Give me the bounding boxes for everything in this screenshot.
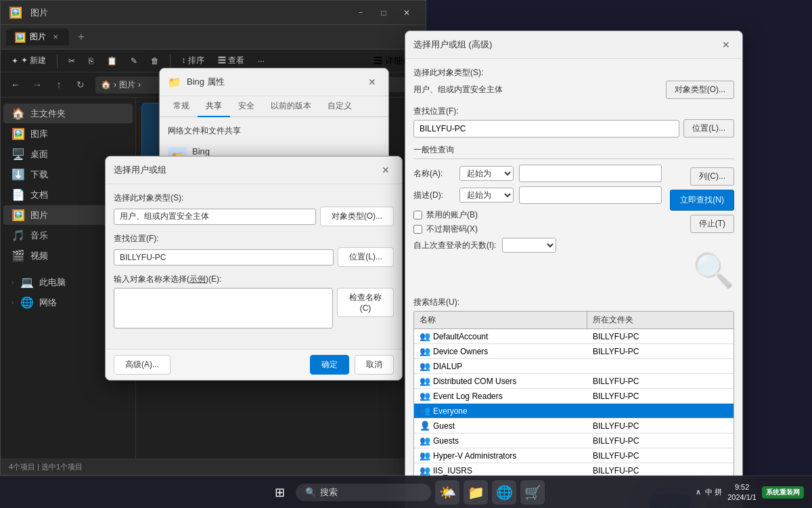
table-row[interactable]: 👤 Guest BILLYFU-PC <box>414 419 734 433</box>
stop-button[interactable]: 停止(T) <box>690 215 734 233</box>
sort-label: ↕ 排序 <box>181 55 204 66</box>
tab-previous-versions[interactable]: 以前的版本 <box>263 96 319 117</box>
name-input[interactable] <box>519 165 662 182</box>
more-icon: ··· <box>258 56 265 66</box>
no-expire-label: 不过期密码(X) <box>426 224 478 235</box>
user-icon-sm: 👥 <box>420 361 430 371</box>
table-row[interactable]: 👥 DefaultAccount BILLYFU-PC <box>414 329 734 344</box>
delete-button[interactable]: 🗑 <box>145 54 164 68</box>
close-button[interactable]: ✕ <box>396 3 418 22</box>
tab-security[interactable]: 安全 <box>230 96 263 117</box>
select-user-cancel-button[interactable]: 取消 <box>355 355 394 375</box>
cut-button[interactable]: ✂ <box>63 54 81 68</box>
tab-label: 图片 <box>30 31 46 43</box>
desktop-icon: 🖥️ <box>12 148 25 161</box>
select-user-footer: 高级(A)... 确定 取消 <box>106 349 402 380</box>
list-columns-button[interactable]: 列(C)... <box>690 167 734 186</box>
bing-props-titlebar: 📁 Bing 属性 ✕ <box>160 68 388 96</box>
add-tab-button[interactable]: ＋ <box>72 28 91 47</box>
expand-icon: › <box>12 278 14 286</box>
tray-up-arrow[interactable]: ∧ <box>696 488 701 496</box>
results-scroll-area[interactable]: 👥 DefaultAccount BILLYFU-PC 👥 Device Own… <box>414 329 734 478</box>
select-user-close[interactable]: ✕ <box>378 162 394 178</box>
select-user-title: 选择用户或组 <box>114 164 166 176</box>
object-type-section: 选择此对象类型(S): 对象类型(O)... <box>114 192 394 226</box>
refresh-button[interactable]: ↻ <box>71 75 90 94</box>
up-button[interactable]: ↑ <box>49 75 68 94</box>
sidebar-item-music-label: 音乐 <box>30 230 48 242</box>
gallery-icon: 🖼️ <box>12 127 25 140</box>
select-user-titlebar: 选择用户或组 ✕ <box>106 156 402 184</box>
advanced-button[interactable]: 高级(A)... <box>114 355 171 375</box>
more-button[interactable]: ··· <box>252 54 270 68</box>
result-name: Device Owners <box>433 347 488 356</box>
table-row[interactable]: 👥 Event Log Readers BILLYFU-PC <box>414 389 734 404</box>
view-button[interactable]: ☰ 查看 <box>212 52 250 69</box>
table-row[interactable]: 👥 Everyone <box>414 404 734 419</box>
delete-icon: 🗑 <box>151 56 159 66</box>
maximize-button[interactable]: □ <box>373 3 394 22</box>
paste-button[interactable]: 📋 <box>102 54 122 68</box>
enter-name-label: 输入对象名称来选择(示例)(E): <box>114 274 394 285</box>
tray-ime-label: 中 拼 <box>705 487 722 497</box>
clock: 9:52 2024/1/1 <box>727 482 757 502</box>
taskbar-app-store[interactable]: 🛒 <box>520 480 545 505</box>
forward-button[interactable]: → <box>28 75 47 94</box>
find-now-button[interactable]: 立即查找(N) <box>670 190 734 211</box>
bing-props-close[interactable]: ✕ <box>364 74 380 90</box>
new-button[interactable]: ✦ ✦ 新建 <box>6 52 51 69</box>
minimize-button[interactable]: － <box>350 3 371 22</box>
sidebar-item-gallery[interactable]: 🖼️ 图库 <box>3 124 133 144</box>
share-name: Bing <box>192 146 215 156</box>
share-section-title: 网络文件和文件共享 <box>168 125 380 137</box>
tab-sharing[interactable]: 共享 <box>198 96 230 117</box>
status-text: 4个项目 | 选中1个项目 <box>9 462 83 472</box>
result-name: Distributed COM Users <box>433 377 516 386</box>
adv-location-button[interactable]: 位置(L)... <box>683 119 734 137</box>
table-row[interactable]: 👥 DIALUP <box>414 359 734 374</box>
tab-customize[interactable]: 自定义 <box>319 96 360 117</box>
tab-close-button[interactable]: ✕ <box>50 32 61 43</box>
adv-object-type-button[interactable]: 对象类型(O)... <box>666 81 734 99</box>
advanced-close[interactable]: ✕ <box>718 37 734 53</box>
table-row[interactable]: 👥 Guests BILLYFU-PC <box>414 433 734 448</box>
location-input[interactable] <box>114 249 334 266</box>
user-icon-sm: 👥 <box>420 346 430 356</box>
user-icon-sm: 👤 <box>420 421 430 431</box>
start-button[interactable]: ⊞ <box>267 480 292 505</box>
object-type-input[interactable] <box>114 209 316 225</box>
table-row[interactable]: 👥 Distributed COM Users BILLYFU-PC <box>414 374 734 389</box>
taskbar-app-explorer[interactable]: 📁 <box>464 480 488 505</box>
no-expire-checkbox[interactable] <box>413 225 422 234</box>
taskbar-app-widget[interactable]: 🌤️ <box>435 480 459 505</box>
user-icon-sm: 👥 <box>420 391 430 401</box>
location-button[interactable]: 位置(L)... <box>338 247 394 267</box>
enter-name-input[interactable] <box>114 288 333 329</box>
table-row[interactable]: 👥 Hyper-V Administrators BILLYFU-PC <box>414 448 734 463</box>
adv-location-input[interactable] <box>413 120 679 137</box>
desc-input[interactable] <box>519 186 662 204</box>
taskbar-search[interactable]: 🔍 搜索 <box>296 484 431 501</box>
expand-icon-2: › <box>12 299 14 306</box>
desc-filter-select[interactable]: 起始为 <box>459 188 514 203</box>
select-user-ok-button[interactable]: 确定 <box>310 355 349 375</box>
back-button[interactable]: ← <box>6 75 25 94</box>
disabled-accounts-checkbox[interactable] <box>413 211 422 219</box>
table-row[interactable]: 👥 Device Owners BILLYFU-PC <box>414 344 734 359</box>
explorer-icon: 📁 <box>468 484 484 501</box>
adv-object-type-section: 选择此对象类型(S): 用户、组或内置安全主体 对象类型(O)... <box>413 67 734 99</box>
sidebar-item-home[interactable]: 🏠 主文件夹 <box>3 104 133 123</box>
days-select[interactable] <box>502 238 556 253</box>
rename-button[interactable]: ✎ <box>125 54 143 68</box>
object-type-button[interactable]: 对象类型(O)... <box>320 207 394 226</box>
select-user-dialog: 选择用户或组 ✕ 选择此对象类型(S): 对象类型(O)... 查找位置(F):… <box>105 156 403 381</box>
check-name-button[interactable]: 检查名称(C) <box>337 288 394 317</box>
sort-button[interactable]: ↕ 排序 <box>176 52 209 69</box>
toolbar-separator-2 <box>170 54 171 68</box>
taskbar-app-edge[interactable]: 🌐 <box>492 480 516 505</box>
tab-pictures[interactable]: 🖼️ 图片 ✕ <box>6 28 69 45</box>
copy-button[interactable]: ⎘ <box>83 54 99 68</box>
tab-general[interactable]: 常规 <box>165 96 198 117</box>
name-filter-select[interactable]: 起始为 <box>459 166 514 181</box>
thispc-icon: 💻 <box>20 276 34 289</box>
